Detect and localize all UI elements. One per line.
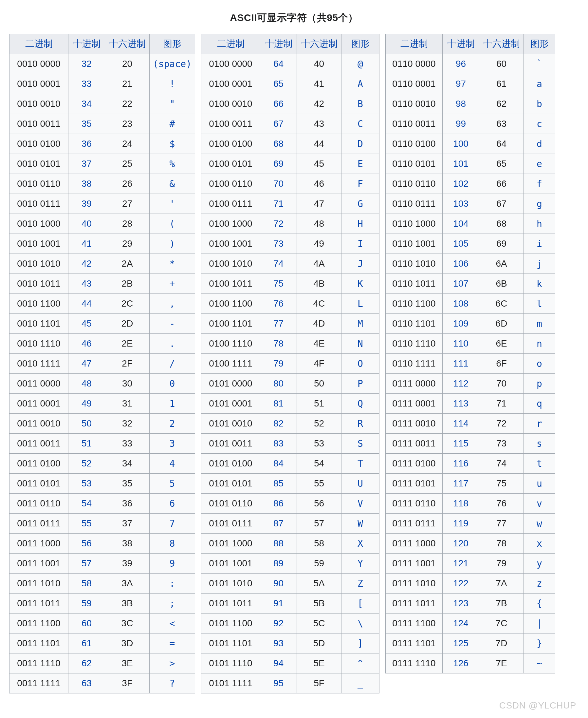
cell-dec[interactable]: 63	[68, 674, 105, 693]
cell-glyph[interactable]: ]	[341, 634, 379, 654]
cell-glyph[interactable]: S	[341, 434, 379, 454]
cell-glyph[interactable]: E	[341, 154, 379, 174]
cell-glyph[interactable]: d	[524, 134, 555, 154]
cell-glyph[interactable]: A	[341, 74, 379, 94]
cell-dec[interactable]: 84	[260, 454, 297, 474]
cell-glyph[interactable]: N	[341, 334, 379, 354]
cell-glyph[interactable]: {	[524, 594, 555, 614]
cell-glyph[interactable]: R	[341, 414, 379, 434]
cell-dec[interactable]: 62	[68, 654, 105, 674]
cell-dec[interactable]: 49	[68, 394, 105, 414]
col-glyph-link[interactable]: 图形	[530, 39, 549, 49]
cell-dec[interactable]: 67	[260, 114, 297, 134]
cell-glyph[interactable]: _	[341, 674, 379, 693]
cell-dec[interactable]: 56	[68, 534, 105, 554]
cell-glyph[interactable]: ?	[150, 674, 195, 693]
cell-dec[interactable]: 96	[443, 54, 479, 74]
cell-dec[interactable]: 85	[260, 474, 297, 494]
cell-glyph[interactable]: 1	[150, 394, 195, 414]
cell-dec[interactable]: 99	[443, 114, 479, 134]
cell-dec[interactable]: 97	[443, 74, 479, 94]
col-dec-link[interactable]: 十进制	[447, 39, 475, 49]
cell-glyph[interactable]: U	[341, 474, 379, 494]
cell-glyph[interactable]: >	[150, 654, 195, 674]
cell-glyph[interactable]: O	[341, 354, 379, 374]
cell-glyph[interactable]: !	[150, 74, 195, 94]
col-hex-link[interactable]: 十六进制	[301, 39, 338, 49]
cell-dec[interactable]: 100	[443, 134, 479, 154]
col-glyph[interactable]: 图形	[524, 34, 555, 54]
cell-dec[interactable]: 41	[68, 234, 105, 254]
cell-dec[interactable]: 91	[260, 594, 297, 614]
cell-glyph[interactable]: %	[150, 154, 195, 174]
col-bin-link[interactable]: 二进制	[25, 39, 53, 49]
cell-dec[interactable]: 110	[443, 334, 479, 354]
cell-glyph[interactable]: n	[524, 334, 555, 354]
cell-dec[interactable]: 124	[443, 614, 479, 634]
cell-dec[interactable]: 76	[260, 294, 297, 314]
cell-glyph[interactable]: \	[341, 614, 379, 634]
cell-glyph[interactable]: v	[524, 494, 555, 514]
cell-dec[interactable]: 43	[68, 274, 105, 294]
cell-glyph[interactable]: M	[341, 314, 379, 334]
cell-glyph[interactable]: }	[524, 634, 555, 654]
cell-glyph[interactable]: 9	[150, 554, 195, 574]
cell-dec[interactable]: 44	[68, 294, 105, 314]
cell-glyph[interactable]: L	[341, 294, 379, 314]
cell-glyph[interactable]: q	[524, 394, 555, 414]
cell-dec[interactable]: 102	[443, 174, 479, 194]
cell-glyph[interactable]: h	[524, 214, 555, 234]
col-bin[interactable]: 二进制	[386, 34, 443, 54]
cell-dec[interactable]: 78	[260, 334, 297, 354]
cell-glyph[interactable]: a	[524, 74, 555, 94]
col-glyph[interactable]: 图形	[341, 34, 379, 54]
cell-dec[interactable]: 60	[68, 614, 105, 634]
cell-glyph[interactable]: &	[150, 174, 195, 194]
cell-dec[interactable]: 120	[443, 534, 479, 554]
cell-glyph[interactable]: <	[150, 614, 195, 634]
cell-dec[interactable]: 88	[260, 534, 297, 554]
cell-dec[interactable]: 46	[68, 334, 105, 354]
cell-glyph[interactable]: X	[341, 534, 379, 554]
cell-dec[interactable]: 71	[260, 194, 297, 214]
cell-glyph[interactable]: '	[150, 194, 195, 214]
cell-dec[interactable]: 112	[443, 374, 479, 394]
cell-glyph[interactable]: r	[524, 414, 555, 434]
cell-dec[interactable]: 59	[68, 594, 105, 614]
cell-dec[interactable]: 116	[443, 454, 479, 474]
cell-glyph[interactable]: Y	[341, 554, 379, 574]
cell-glyph[interactable]: x	[524, 534, 555, 554]
cell-dec[interactable]: 37	[68, 154, 105, 174]
cell-dec[interactable]: 66	[260, 94, 297, 114]
col-dec[interactable]: 十进制	[68, 34, 105, 54]
cell-dec[interactable]: 111	[443, 354, 479, 374]
cell-dec[interactable]: 126	[443, 654, 479, 674]
cell-dec[interactable]: 80	[260, 374, 297, 394]
col-bin-link[interactable]: 二进制	[400, 39, 428, 49]
cell-dec[interactable]: 82	[260, 414, 297, 434]
cell-glyph[interactable]: t	[524, 454, 555, 474]
col-glyph[interactable]: 图形	[150, 34, 195, 54]
cell-glyph[interactable]: :	[150, 574, 195, 594]
cell-dec[interactable]: 115	[443, 434, 479, 454]
col-dec[interactable]: 十进制	[260, 34, 297, 54]
cell-glyph[interactable]: ,	[150, 294, 195, 314]
col-hex[interactable]: 十六进制	[297, 34, 341, 54]
cell-dec[interactable]: 38	[68, 174, 105, 194]
cell-dec[interactable]: 68	[260, 134, 297, 154]
cell-glyph[interactable]: m	[524, 314, 555, 334]
cell-glyph[interactable]: =	[150, 634, 195, 654]
cell-dec[interactable]: 35	[68, 114, 105, 134]
cell-dec[interactable]: 83	[260, 434, 297, 454]
cell-glyph[interactable]: 0	[150, 374, 195, 394]
cell-glyph[interactable]: 2	[150, 414, 195, 434]
cell-dec[interactable]: 55	[68, 514, 105, 534]
cell-glyph[interactable]: (	[150, 214, 195, 234]
cell-glyph[interactable]: G	[341, 194, 379, 214]
cell-glyph[interactable]: K	[341, 274, 379, 294]
cell-dec[interactable]: 98	[443, 94, 479, 114]
cell-glyph[interactable]: +	[150, 274, 195, 294]
cell-dec[interactable]: 79	[260, 354, 297, 374]
cell-dec[interactable]: 58	[68, 574, 105, 594]
cell-glyph[interactable]: k	[524, 274, 555, 294]
